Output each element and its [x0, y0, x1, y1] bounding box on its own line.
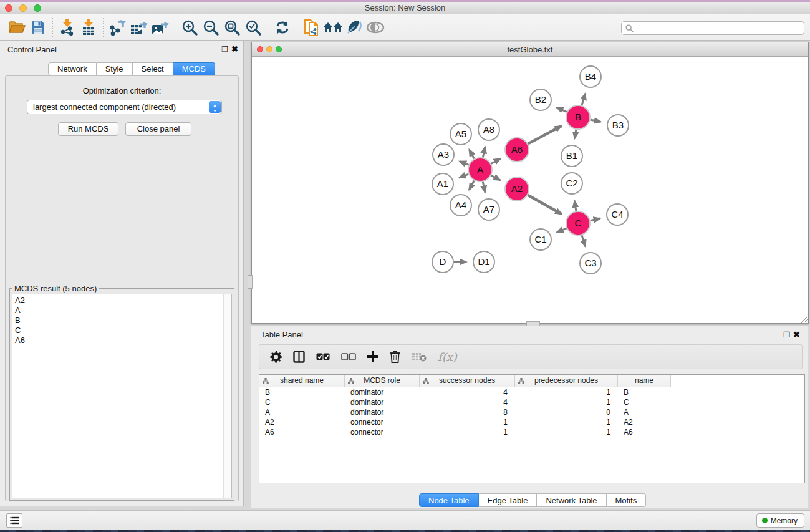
graph-edge-C-C1[interactable] — [557, 228, 567, 233]
graph-node-A8[interactable]: A8 — [478, 119, 499, 140]
table-cell[interactable]: B — [618, 387, 671, 397]
search-input[interactable] — [637, 24, 800, 32]
tab-node-table[interactable]: Node Table — [419, 493, 479, 507]
tab-network[interactable]: Network — [48, 62, 97, 75]
close-window-button[interactable] — [5, 4, 12, 12]
graph-edge-A-A1[interactable] — [459, 174, 468, 178]
select-all-button[interactable] — [316, 347, 330, 366]
table-cell[interactable]: 1 — [515, 417, 618, 427]
hide-details-button[interactable] — [344, 17, 365, 37]
close-panel-icon[interactable]: ✖ — [231, 44, 238, 54]
network-graph-canvas[interactable]: AA1A2A3A4A5A6A7A8BB1B2B3B4CC1C2C3C4DD1 — [252, 57, 808, 323]
close-window-button[interactable] — [257, 46, 263, 52]
graph-edge-B-B3[interactable] — [591, 120, 601, 122]
graph-edge-C-C3[interactable] — [582, 235, 586, 246]
table-cell[interactable]: connector — [345, 417, 420, 427]
table-cell[interactable]: 0 — [515, 407, 618, 417]
network-window-titlebar[interactable]: testGlobe.txt — [252, 42, 808, 57]
table-row[interactable]: Cdominator41C — [259, 397, 804, 407]
graph-node-A5[interactable]: A5 — [450, 123, 471, 145]
tab-mcds[interactable]: MCDS — [173, 62, 215, 75]
birdseye-toggle-handle[interactable] — [526, 321, 540, 326]
clone-network-button[interactable] — [301, 17, 322, 37]
import-table-button[interactable] — [78, 17, 99, 37]
graph-node-B4[interactable]: B4 — [580, 66, 601, 87]
mcds-result-item[interactable]: A2 — [15, 296, 231, 306]
column-header-name[interactable]: name — [618, 375, 671, 387]
mcds-result-item[interactable]: B — [15, 316, 231, 326]
search-field[interactable] — [621, 21, 804, 35]
column-header-predecessor-nodes[interactable]: predecessor nodes — [515, 375, 618, 387]
table-cell[interactable]: A2 — [259, 417, 345, 427]
mcds-result-item[interactable]: A6 — [15, 336, 231, 346]
graph-node-B[interactable]: B — [566, 105, 590, 129]
deselect-all-button[interactable] — [341, 347, 356, 366]
export-table-button[interactable] — [128, 17, 150, 37]
graph-node-D1[interactable]: D1 — [473, 251, 494, 273]
table-cell[interactable]: A2 — [618, 417, 671, 427]
graph-node-D[interactable]: D — [432, 251, 453, 273]
table-cell[interactable]: A6 — [259, 427, 345, 437]
zoom-in-button[interactable] — [179, 17, 200, 37]
graph-edge-A-A4[interactable] — [469, 181, 474, 190]
tab-style[interactable]: Style — [97, 62, 133, 75]
graph-node-B3[interactable]: B3 — [607, 115, 629, 136]
table-cell[interactable]: 1 — [420, 427, 515, 437]
import-network-button[interactable] — [57, 17, 78, 37]
graph-edge-A-A5[interactable] — [469, 150, 474, 159]
table-cell[interactable]: 8 — [420, 407, 515, 417]
table-cell[interactable]: B — [259, 387, 345, 397]
table-row[interactable]: Bdominator41B — [259, 387, 804, 397]
task-history-button[interactable] — [6, 513, 22, 528]
graph-node-A1[interactable]: A1 — [432, 173, 453, 195]
graph-node-C[interactable]: C — [566, 211, 590, 235]
graph-node-A7[interactable]: A7 — [478, 199, 499, 220]
window-resize-grip[interactable] — [801, 316, 808, 323]
minimize-window-button[interactable] — [19, 4, 27, 12]
graph-edge-A-A7[interactable] — [483, 182, 485, 193]
zoom-out-button[interactable] — [200, 17, 221, 37]
zoom-window-button[interactable] — [34, 4, 41, 12]
table-cell[interactable]: 1 — [420, 417, 515, 427]
graph-edge-A-A6[interactable] — [491, 158, 501, 163]
graph-node-C1[interactable]: C1 — [530, 229, 551, 250]
table-cell[interactable]: 1 — [515, 397, 618, 407]
table-cell[interactable]: 4 — [420, 387, 515, 397]
table-cell[interactable]: A — [259, 407, 345, 417]
tab-select[interactable]: Select — [133, 62, 173, 75]
refresh-button[interactable] — [272, 17, 293, 37]
graph-node-A2[interactable]: A2 — [505, 177, 529, 201]
table-cell[interactable]: dominator — [345, 407, 420, 417]
birdseye-toggle-handle[interactable] — [248, 275, 253, 289]
graph-edge-A-A8[interactable] — [483, 147, 485, 157]
criterion-select[interactable]: largest connected component (directed) ▲… — [27, 100, 222, 114]
memory-button[interactable]: Memory — [756, 513, 804, 528]
node-table[interactable]: shared nameMCDS rolesuccessor nodesprede… — [259, 374, 805, 483]
close-panel-icon[interactable]: ✖ — [793, 330, 800, 339]
graph-node-B2[interactable]: B2 — [530, 89, 551, 110]
scrollbar-track[interactable] — [223, 294, 231, 498]
mcds-result-item[interactable]: A — [15, 306, 231, 316]
graph-edge-A-A2[interactable] — [491, 175, 501, 180]
float-panel-icon[interactable]: ❐ — [221, 45, 228, 54]
minimize-window-button[interactable] — [266, 46, 272, 52]
graph-node-C4[interactable]: C4 — [607, 204, 628, 225]
graph-edge-B-B4[interactable] — [582, 94, 586, 105]
zoom-selected-button[interactable] — [243, 17, 264, 37]
export-image-button[interactable] — [150, 17, 171, 37]
graph-node-C2[interactable]: C2 — [561, 173, 582, 194]
export-network-button[interactable] — [107, 17, 128, 37]
mcds-result-item[interactable]: C — [15, 326, 231, 336]
show-column-button[interactable] — [293, 347, 305, 366]
table-cell[interactable]: 1 — [515, 387, 618, 397]
run-mcds-button[interactable]: Run MCDS — [58, 122, 118, 136]
table-cell[interactable]: dominator — [345, 397, 420, 407]
column-header-successor-nodes[interactable]: successor nodes — [420, 375, 515, 387]
table-cell[interactable]: 1 — [515, 427, 618, 437]
float-panel-icon[interactable]: ❐ — [783, 331, 790, 339]
mcds-result-list[interactable]: A2ABCA6 — [12, 294, 232, 498]
graph-edge-C-C4[interactable] — [591, 218, 600, 221]
function-builder-button[interactable]: f(x) — [438, 347, 457, 366]
open-session-button[interactable] — [6, 17, 27, 37]
graph-node-A3[interactable]: A3 — [433, 144, 454, 165]
